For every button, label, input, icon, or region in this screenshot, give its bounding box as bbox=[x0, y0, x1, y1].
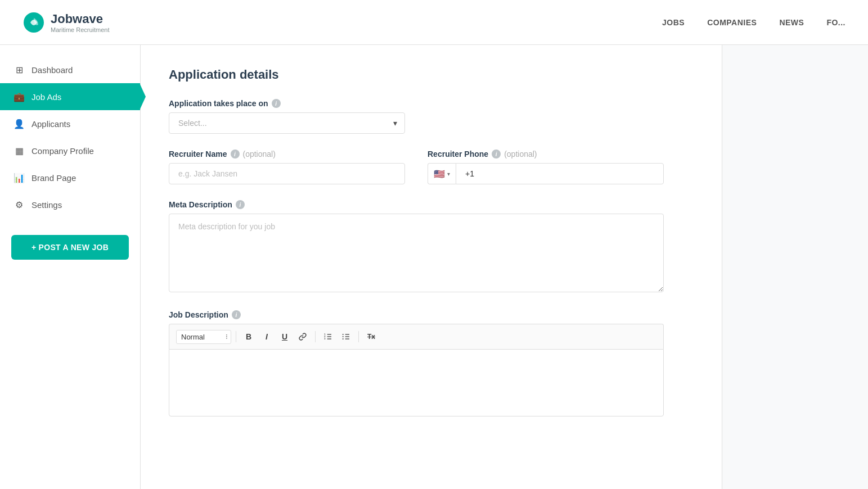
svg-text:3: 3 bbox=[324, 337, 326, 340]
sidebar-item-job-ads[interactable]: 💼 Job Ads bbox=[0, 83, 140, 110]
flag-arrow-icon: ▾ bbox=[447, 171, 450, 177]
recruiter-row: Recruiter Name i (optional) Recruiter Ph… bbox=[169, 150, 675, 184]
nav-news[interactable]: NEWS bbox=[779, 18, 804, 27]
toolbar-divider-3 bbox=[358, 331, 359, 342]
job-description-group: Job Description i Normal Heading 1 Headi… bbox=[169, 310, 675, 416]
recruiter-name-input[interactable] bbox=[169, 163, 405, 184]
application-takes-place-group: Application takes place on i Select... O… bbox=[169, 99, 675, 134]
post-job-button[interactable]: + POST A NEW JOB bbox=[11, 235, 129, 260]
link-button[interactable] bbox=[295, 329, 311, 345]
logo-main: Jobwave bbox=[51, 12, 110, 26]
format-select[interactable]: Normal Heading 1 Heading 2 Heading 3 bbox=[176, 330, 231, 344]
page-title: Application details bbox=[169, 67, 694, 82]
logo-area: Jobwave Maritime Recruitment bbox=[23, 11, 110, 34]
meta-description-label: Meta Description i bbox=[169, 200, 675, 209]
form-section: Application takes place on i Select... O… bbox=[169, 99, 675, 416]
recruiter-phone-info-icon[interactable]: i bbox=[492, 150, 501, 159]
svg-point-12 bbox=[343, 338, 344, 339]
flag-icon: 🇺🇸 bbox=[434, 169, 445, 179]
sidebar-label-settings: Settings bbox=[32, 200, 62, 210]
settings-icon: ⚙ bbox=[14, 199, 25, 210]
job-description-info-icon[interactable]: i bbox=[232, 310, 241, 319]
clear-format-button[interactable]: Tx bbox=[363, 329, 379, 345]
top-nav: JOBS COMPANIES NEWS FO... bbox=[662, 18, 845, 27]
main-layout: ⊞ Dashboard 💼 Job Ads 👤 Applicants ▦ Com… bbox=[0, 45, 868, 489]
nav-more[interactable]: FO... bbox=[826, 18, 845, 27]
italic-button[interactable]: I bbox=[259, 329, 275, 345]
recruiter-name-group: Recruiter Name i (optional) bbox=[169, 150, 405, 184]
sidebar-label-job-ads: Job Ads bbox=[32, 92, 61, 102]
meta-description-info-icon[interactable]: i bbox=[236, 200, 245, 209]
meta-description-textarea[interactable] bbox=[169, 214, 664, 292]
job-description-label: Job Description i bbox=[169, 310, 675, 319]
svg-point-11 bbox=[343, 336, 344, 337]
unordered-list-button[interactable] bbox=[338, 329, 354, 345]
sidebar: ⊞ Dashboard 💼 Job Ads 👤 Applicants ▦ Com… bbox=[0, 45, 141, 489]
underline-icon: U bbox=[282, 332, 287, 341]
application-takes-place-select[interactable]: Select... On this website External URL E… bbox=[169, 112, 405, 134]
sidebar-item-applicants[interactable]: 👤 Applicants bbox=[0, 110, 140, 137]
company-profile-icon: ▦ bbox=[14, 145, 25, 156]
header: Jobwave Maritime Recruitment JOBS COMPAN… bbox=[0, 0, 868, 45]
content-card: Application details Application takes pl… bbox=[141, 45, 722, 489]
bold-button[interactable]: B bbox=[241, 329, 257, 345]
application-takes-place-label: Application takes place on i bbox=[169, 99, 675, 108]
recruiter-phone-optional: (optional) bbox=[504, 150, 537, 159]
svg-point-10 bbox=[343, 334, 344, 335]
ul-icon bbox=[341, 332, 350, 341]
content-area: Application details Application takes pl… bbox=[141, 45, 722, 489]
recruiter-name-info-icon[interactable]: i bbox=[231, 150, 240, 159]
application-select-wrapper: Select... On this website External URL E… bbox=[169, 112, 405, 134]
clear-format-icon: Tx bbox=[367, 333, 375, 341]
right-panel bbox=[722, 45, 868, 489]
logo-icon bbox=[23, 11, 45, 34]
format-select-wrapper: Normal Heading 1 Heading 2 Heading 3 ⁝ bbox=[176, 330, 231, 344]
italic-icon: I bbox=[266, 332, 268, 341]
recruiter-name-optional: (optional) bbox=[243, 150, 276, 159]
sidebar-item-company-profile[interactable]: ▦ Company Profile bbox=[0, 137, 140, 164]
sidebar-item-brand-page[interactable]: 📊 Brand Page bbox=[0, 164, 140, 191]
toolbar-divider-2 bbox=[315, 331, 316, 342]
phone-flag-button[interactable]: 🇺🇸 ▾ bbox=[428, 163, 456, 184]
recruiter-phone-label: Recruiter Phone i (optional) bbox=[428, 150, 664, 159]
job-description-editor-body[interactable] bbox=[169, 349, 664, 416]
job-ads-icon: 💼 bbox=[14, 91, 25, 102]
ordered-list-button[interactable]: 1 2 3 bbox=[320, 329, 336, 345]
recruiter-name-label: Recruiter Name i (optional) bbox=[169, 150, 405, 159]
sidebar-item-dashboard[interactable]: ⊞ Dashboard bbox=[0, 56, 140, 83]
application-info-icon[interactable]: i bbox=[272, 99, 281, 108]
meta-description-group: Meta Description i bbox=[169, 200, 675, 295]
sidebar-label-dashboard: Dashboard bbox=[32, 65, 73, 75]
recruiter-phone-group: Recruiter Phone i (optional) 🇺🇸 ▾ bbox=[428, 150, 664, 184]
phone-row: 🇺🇸 ▾ bbox=[428, 163, 664, 184]
toolbar-divider-1 bbox=[236, 331, 236, 342]
nav-companies[interactable]: COMPANIES bbox=[707, 18, 757, 27]
sidebar-label-applicants: Applicants bbox=[32, 119, 70, 129]
editor-toolbar: Normal Heading 1 Heading 2 Heading 3 ⁝ B… bbox=[169, 324, 664, 349]
applicants-icon: 👤 bbox=[14, 118, 25, 129]
logo-sub: Maritime Recruitment bbox=[51, 26, 110, 33]
underline-button[interactable]: U bbox=[277, 329, 293, 345]
logo-text: Jobwave Maritime Recruitment bbox=[51, 12, 110, 33]
link-icon bbox=[299, 333, 307, 341]
sidebar-label-company-profile: Company Profile bbox=[32, 146, 94, 156]
dashboard-icon: ⊞ bbox=[14, 64, 25, 75]
bold-icon: B bbox=[246, 332, 251, 341]
recruiter-phone-input[interactable] bbox=[456, 163, 664, 184]
sidebar-label-brand-page: Brand Page bbox=[32, 173, 76, 183]
nav-jobs[interactable]: JOBS bbox=[662, 18, 685, 27]
ol-icon: 1 2 3 bbox=[323, 332, 332, 341]
sidebar-item-settings[interactable]: ⚙ Settings bbox=[0, 191, 140, 218]
brand-page-icon: 📊 bbox=[14, 172, 25, 183]
